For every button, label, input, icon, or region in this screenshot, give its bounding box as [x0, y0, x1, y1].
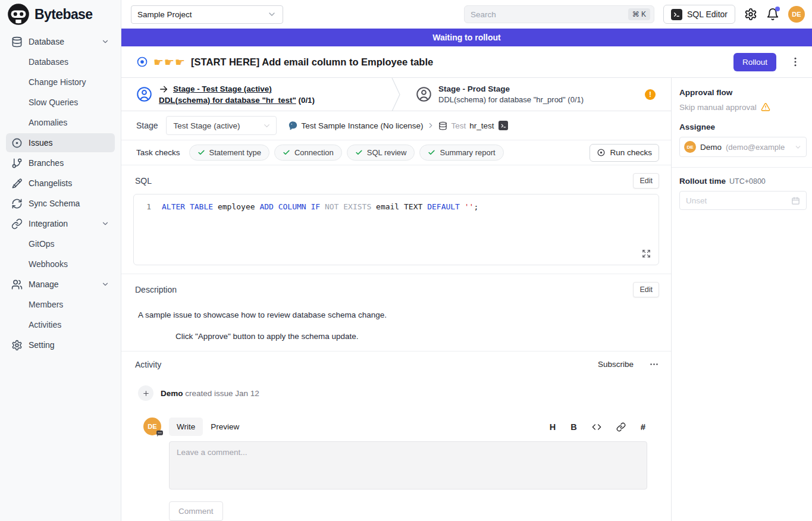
- rollout-time-value: Unset: [686, 196, 707, 205]
- task-check-summary-report[interactable]: Summary report: [419, 145, 503, 161]
- sidebar-item-issues[interactable]: Issues: [6, 133, 115, 152]
- sidebar-item-database[interactable]: Database: [6, 32, 115, 51]
- code-icon[interactable]: [592, 422, 601, 432]
- subscribe-button[interactable]: Subscribe: [598, 360, 634, 369]
- stage-person-icon: [416, 86, 432, 102]
- sidebar-item-label: Branches: [29, 158, 64, 168]
- stage-test-progress: (0/1): [298, 96, 315, 105]
- task-check-label: Summary report: [440, 148, 495, 157]
- sidebar-item-sync-schema[interactable]: Sync Schema: [6, 194, 115, 213]
- stage-select[interactable]: Test Stage (active): [166, 116, 277, 135]
- sidebar-item-label: Setting: [29, 340, 55, 350]
- gear-icon: [11, 340, 23, 351]
- rollout-time-picker[interactable]: Unset: [679, 191, 807, 210]
- hash-icon[interactable]: #: [641, 422, 645, 432]
- sidebar-item-label: Activities: [29, 320, 61, 329]
- rollout-button[interactable]: Rollout: [733, 53, 776, 71]
- stage-test-title[interactable]: Stage - Test Stage (active): [173, 84, 272, 93]
- settings-gear-icon[interactable]: [744, 8, 757, 21]
- sql-token: ALTER TABLE: [162, 202, 213, 211]
- comment-submit-button[interactable]: Comment: [169, 501, 223, 521]
- chevron-down-icon: [262, 121, 271, 130]
- sidebar-item-manage[interactable]: Manage: [6, 275, 115, 294]
- current-stage-arrow-icon: [159, 84, 168, 94]
- check-icon: [355, 149, 363, 156]
- content-row: Stage - Test Stage (active) DDL(schema) …: [121, 78, 812, 521]
- pointing-right-emoji: ☛☛☛: [153, 57, 186, 68]
- composer-avatar: DE: [143, 418, 161, 435]
- user-avatar[interactable]: DE: [788, 6, 805, 23]
- sidebar-item-anomalies[interactable]: Anomalies: [6, 113, 115, 132]
- sidebar-item-branches[interactable]: Branches: [6, 153, 115, 172]
- sql-token: ;: [474, 202, 478, 211]
- sql-editor-button[interactable]: SQL Editor: [663, 5, 735, 24]
- chevron-down-icon: [101, 37, 109, 46]
- task-check-connection[interactable]: Connection: [274, 145, 342, 161]
- chevron-down-icon: [267, 10, 277, 19]
- description-edit-button[interactable]: Edit: [633, 282, 659, 297]
- comment-input[interactable]: [169, 441, 647, 489]
- search-input[interactable]: [471, 10, 623, 19]
- sidebar-item-changelists[interactable]: Changelists: [6, 174, 115, 193]
- panel-divider: [672, 167, 812, 168]
- approval-status: Skip manual approval: [679, 102, 807, 112]
- database-link[interactable]: hr_test: [469, 121, 494, 130]
- project-select[interactable]: Sample Project: [131, 5, 283, 24]
- tab-preview[interactable]: Preview: [203, 418, 247, 436]
- run-checks-icon: [597, 148, 606, 157]
- bold-icon[interactable]: B: [570, 422, 576, 432]
- tab-write[interactable]: Write: [169, 418, 203, 436]
- attention-badge: !: [645, 89, 656, 100]
- chevron-down-icon: [101, 219, 109, 228]
- sidebar-item-label: Anomalies: [29, 118, 67, 127]
- task-check-list: Statement typeConnectionSQL reviewSummar…: [189, 145, 504, 161]
- sidebar-item-activities[interactable]: Activities: [6, 315, 115, 334]
- more-actions-icon[interactable]: [789, 56, 801, 68]
- instance-link[interactable]: Test Sample Instance (No license): [302, 121, 424, 130]
- sidebar-item-gitops[interactable]: GitOps: [6, 234, 115, 253]
- link-icon[interactable]: [616, 422, 626, 432]
- database-breadcrumb: Test Sample Instance (No license) Test h…: [288, 121, 509, 131]
- sidebar-item-webhooks[interactable]: Webhooks: [6, 255, 115, 274]
- activity-more-icon[interactable]: [649, 359, 659, 369]
- assignee-select[interactable]: DE Demo (demo@example: [679, 137, 807, 157]
- status-banner: Waiting to rollout: [121, 29, 812, 46]
- sidebar-item-setting[interactable]: Setting: [6, 335, 115, 354]
- stage-test-subtitle[interactable]: DDL(schema) for database "hr_test" (0/1): [159, 96, 315, 105]
- fullscreen-expand-icon[interactable]: [642, 249, 651, 258]
- environment-label: Test: [451, 121, 466, 130]
- sidebar-item-databases[interactable]: Databases: [6, 52, 115, 71]
- stage-card-test[interactable]: Stage - Test Stage (active) DDL(schema) …: [121, 78, 391, 111]
- stage-card-prod[interactable]: Stage - Prod Stage DDL(schema) for datab…: [401, 78, 671, 111]
- task-check-label: Connection: [294, 148, 334, 157]
- activity-title: Activity: [135, 360, 161, 369]
- sql-section-title: SQL: [135, 176, 152, 186]
- sidebar-item-label: Issues: [29, 138, 52, 147]
- chevron-right-icon: [427, 121, 435, 130]
- notifications-bell-icon[interactable]: [766, 8, 779, 21]
- stage-person-icon: [136, 86, 152, 102]
- description-paragraph: A sample issue to showcase how to review…: [133, 310, 659, 319]
- main-area: Sample Project ⌘ K SQL Editor DE Waiting…: [121, 0, 812, 521]
- sidebar-item-integration[interactable]: Integration: [6, 214, 115, 233]
- sidebar-item-change-history[interactable]: Change History: [6, 73, 115, 92]
- approval-flow-title: Approval flow: [679, 88, 807, 97]
- brand-logo[interactable]: Bytebase: [0, 0, 121, 29]
- task-check-statement-type[interactable]: Statement type: [189, 145, 269, 161]
- stage-selector-row: Stage Test Stage (active) Test Sample In…: [121, 111, 671, 140]
- sidebar-item-slow-queries[interactable]: Slow Queries: [6, 93, 115, 112]
- search-box[interactable]: ⌘ K: [464, 5, 654, 23]
- users-icon: [11, 279, 23, 290]
- line-number: 1: [134, 201, 162, 212]
- run-checks-button[interactable]: Run checks: [590, 144, 659, 162]
- heading-icon[interactable]: H: [550, 422, 556, 432]
- open-sql-editor-icon[interactable]: [499, 121, 508, 130]
- sql-edit-button[interactable]: Edit: [633, 173, 659, 189]
- sidebar-item-label: Databases: [29, 57, 68, 67]
- sql-editor[interactable]: 1 ALTER TABLE employee ADD COLUMN IF NOT…: [133, 194, 659, 265]
- topbar: Sample Project ⌘ K SQL Editor DE: [121, 0, 812, 29]
- sidebar-item-label: Integration: [29, 219, 68, 228]
- sidebar-item-members[interactable]: Members: [6, 295, 115, 314]
- task-check-sql-review[interactable]: SQL review: [347, 145, 415, 161]
- task-check-label: SQL review: [367, 148, 407, 157]
